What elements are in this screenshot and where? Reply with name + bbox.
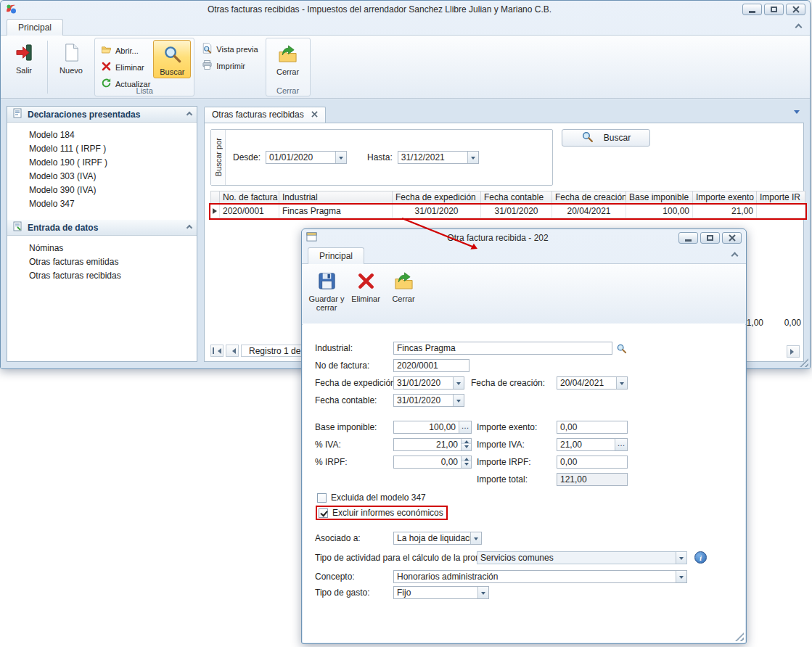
chevron-down-icon[interactable] bbox=[676, 571, 686, 582]
asociado-label: Asociado a: bbox=[315, 532, 361, 545]
cerrar-button[interactable]: Cerrar bbox=[269, 40, 307, 78]
chevron-up-icon[interactable] bbox=[186, 224, 192, 230]
hasta-date-combo[interactable]: 31/12/2021 bbox=[398, 151, 479, 164]
chevron-down-icon[interactable] bbox=[453, 395, 464, 406]
tab-close-icon[interactable] bbox=[311, 110, 318, 120]
industrial-field[interactable]: Fincas Pragma bbox=[393, 342, 612, 355]
chevron-down-icon[interactable] bbox=[335, 152, 346, 163]
cell-fecha-contable[interactable]: 31/01/2020 bbox=[481, 205, 552, 218]
tab-list-dropdown-icon[interactable] bbox=[794, 110, 800, 117]
maximize-icon[interactable] bbox=[700, 232, 720, 244]
guardar-cerrar-button[interactable]: Guardar y cerrar bbox=[306, 267, 347, 314]
nuevo-button[interactable]: Nuevo bbox=[52, 38, 90, 77]
tab-otras-facturas-recibidas[interactable]: Otras facturas recibidas bbox=[204, 107, 326, 123]
scroll-right-button[interactable] bbox=[787, 345, 800, 358]
buscar-grid-button[interactable]: Buscar bbox=[562, 129, 650, 147]
column-header-fecha-contable[interactable]: Fecha contable bbox=[481, 191, 552, 205]
column-header-industrial[interactable]: Industrial bbox=[279, 191, 393, 205]
sidebar-item-otras-facturas-recibidas[interactable]: Otras facturas recibidas bbox=[7, 269, 197, 283]
imprimir-button[interactable]: Imprimir bbox=[199, 59, 261, 73]
sidebar-item-modelo-347[interactable]: Modelo 347 bbox=[7, 197, 197, 211]
chevron-down-icon[interactable] bbox=[616, 377, 627, 389]
checkbox-unchecked-icon[interactable] bbox=[317, 493, 327, 503]
dialog-eliminar-button[interactable]: Eliminar bbox=[347, 267, 385, 305]
column-header-base-imponible[interactable]: Base imponible bbox=[626, 191, 693, 205]
fecha-contable-combo[interactable]: 31/01/2020 bbox=[393, 394, 464, 407]
info-icon[interactable] bbox=[694, 551, 707, 564]
ribbon-collapse-icon[interactable] bbox=[795, 24, 803, 31]
close-icon[interactable] bbox=[722, 232, 742, 244]
column-header-no-factura[interactable]: No. de factura bbox=[220, 191, 279, 205]
excluir-informes-checkbox[interactable]: Excluir informes económicos bbox=[316, 506, 448, 519]
buscar-button[interactable]: Buscar bbox=[153, 40, 191, 78]
sidebar-item-modelo-190[interactable]: Modelo 190 ( IRPF ) bbox=[7, 156, 197, 170]
salir-button[interactable]: Salir bbox=[5, 38, 43, 77]
chevron-down-icon[interactable] bbox=[453, 377, 464, 389]
column-header-importe-ir[interactable]: Importe IR bbox=[757, 191, 805, 205]
sidebar-item-modelo-184[interactable]: Modelo 184 bbox=[7, 128, 197, 142]
checkbox-checked-icon[interactable] bbox=[319, 508, 328, 518]
dialog-resize-grip[interactable] bbox=[735, 632, 744, 641]
ellipsis-icon[interactable] bbox=[615, 439, 627, 450]
importe-exento-field[interactable]: 0,00 bbox=[557, 421, 628, 434]
spinner-icon[interactable] bbox=[461, 439, 471, 450]
chevron-down-icon[interactable] bbox=[470, 532, 481, 544]
cell-base-imponible[interactable]: 100,00 bbox=[626, 205, 693, 218]
irpf-field[interactable]: 0,00 bbox=[393, 456, 472, 469]
chevron-down-icon[interactable] bbox=[467, 152, 478, 163]
sidebar-item-otras-facturas-emitidas[interactable]: Otras facturas emitidas bbox=[7, 255, 197, 269]
cell-importe-exento[interactable]: 21,00 bbox=[693, 205, 757, 218]
ellipsis-icon[interactable] bbox=[459, 421, 471, 433]
iva-field[interactable]: 21,00 bbox=[393, 438, 472, 451]
industrial-label: Industrial: bbox=[315, 342, 353, 355]
column-header-fecha-creacion[interactable]: Fecha de creación bbox=[552, 191, 626, 205]
vista-previa-button[interactable]: Vista previa bbox=[199, 42, 261, 56]
dialog-titlebar[interactable]: Otra factura recibida - 202 bbox=[302, 229, 746, 247]
fecha-contable-label: Fecha contable: bbox=[315, 394, 377, 407]
importe-irpf-field[interactable]: 0,00 bbox=[557, 456, 628, 469]
ribbon-collapse-icon[interactable] bbox=[731, 252, 739, 260]
asociado-combo[interactable]: La hoja de liquidación bbox=[393, 532, 482, 545]
concepto-combo[interactable]: Honorarios administración bbox=[393, 570, 687, 583]
cell-fecha-expedicion[interactable]: 31/01/2020 bbox=[393, 205, 481, 218]
tab-principal[interactable]: Principal bbox=[7, 19, 63, 36]
sidebar-item-modelo-303[interactable]: Modelo 303 (IVA) bbox=[7, 170, 197, 184]
sidebar-section-entrada[interactable]: Entrada de datos bbox=[7, 220, 197, 236]
maximize-icon[interactable] bbox=[764, 4, 784, 15]
column-header-fecha-expedicion[interactable]: Fecha de expedición bbox=[393, 191, 481, 205]
column-header-importe-exento[interactable]: Importe exento bbox=[693, 191, 757, 205]
sidebar-item-modelo-111[interactable]: Modelo 111 ( IRPF ) bbox=[7, 142, 197, 156]
cell-fecha-creacion[interactable]: 20/04/2021 bbox=[552, 205, 626, 218]
guardar-cerrar-label: Guardar y cerrar bbox=[308, 294, 345, 312]
abrir-button[interactable]: Abrir... bbox=[98, 44, 153, 57]
industrial-search-icon[interactable] bbox=[615, 342, 628, 355]
data-entry-icon bbox=[12, 221, 22, 234]
cell-industrial[interactable]: Fincas Pragma bbox=[279, 205, 393, 218]
cell-no-factura[interactable]: 2020/0001 bbox=[220, 205, 279, 218]
minimize-icon[interactable] bbox=[742, 4, 762, 15]
table-row[interactable]: 2020/0001 Fincas Pragma 31/01/2020 31/01… bbox=[210, 205, 805, 218]
desde-date-combo[interactable]: 01/01/2020 bbox=[266, 151, 347, 164]
cell-importe-ir[interactable] bbox=[757, 205, 805, 218]
first-record-button[interactable] bbox=[210, 345, 223, 357]
importe-iva-field[interactable]: 21,00 bbox=[557, 438, 628, 451]
eliminar-button[interactable]: Eliminar bbox=[98, 60, 153, 74]
dialog-cerrar-button[interactable]: Cerrar bbox=[385, 267, 422, 305]
chevron-down-icon[interactable] bbox=[477, 587, 488, 598]
minimize-icon[interactable] bbox=[678, 232, 698, 244]
base-imponible-field[interactable]: 100,00 bbox=[393, 421, 472, 434]
fecha-creacion-combo[interactable]: 20/04/2021 bbox=[557, 376, 628, 390]
chevron-up-icon[interactable] bbox=[186, 111, 192, 117]
tab-principal[interactable]: Principal bbox=[308, 247, 364, 264]
sidebar-section-declaraciones[interactable]: Declaraciones presentadas bbox=[7, 107, 197, 123]
sidebar-item-nominas[interactable]: Nóminas bbox=[7, 242, 197, 255]
tipo-gasto-combo[interactable]: Fijo bbox=[393, 586, 489, 599]
sidebar-item-modelo-390[interactable]: Modelo 390 (IVA) bbox=[7, 184, 197, 197]
no-factura-field[interactable]: 2020/0001 bbox=[393, 359, 469, 372]
spinner-icon[interactable] bbox=[461, 456, 471, 468]
previous-record-button[interactable] bbox=[226, 345, 239, 357]
fecha-expedicion-combo[interactable]: 31/01/2020 bbox=[393, 376, 464, 390]
close-icon[interactable] bbox=[786, 4, 805, 15]
excluida-modelo-347-checkbox[interactable]: Excluida del modelo 347 bbox=[317, 491, 426, 504]
main-titlebar[interactable]: Otras facturas recibidas - Impuestos del… bbox=[1, 1, 810, 18]
